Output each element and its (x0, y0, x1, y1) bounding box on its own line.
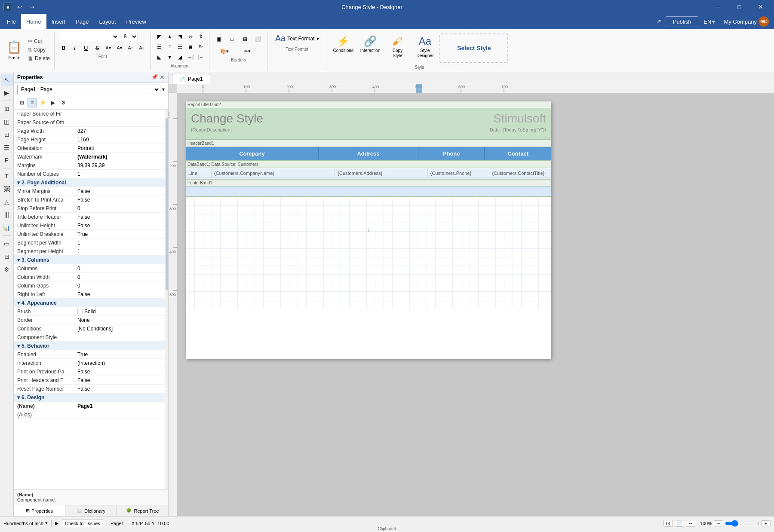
panel-tab-report-tree[interactable]: 🌳 Report Tree (117, 505, 168, 516)
prop-scrollbar-thumb[interactable] (166, 118, 168, 290)
align-top-right[interactable]: ◥ (175, 32, 185, 41)
prop-section-additional[interactable]: ▾ 2. Page Additional (14, 178, 165, 187)
align-justify[interactable]: ≣ (186, 42, 195, 52)
font-size-inc[interactable]: A↑ (126, 43, 135, 52)
prop-sort-btn[interactable]: ⊞ (17, 98, 27, 107)
panel-pin-btn[interactable]: 📌 (151, 74, 158, 81)
tool-chart[interactable]: 📊 (1, 222, 13, 234)
prop-brush[interactable]: Brush Solid (14, 307, 165, 316)
tool-vars[interactable]: ☰ (1, 141, 13, 153)
prop-group-btn[interactable]: ≡ (28, 98, 37, 107)
page-select-dropdown[interactable]: Page1 : Page (17, 85, 160, 94)
status-play-btn[interactable]: ▶ (55, 520, 58, 526)
prop-watermark[interactable]: Watermark (Watermark) (14, 153, 165, 161)
font-size-select[interactable]: 8 (121, 32, 138, 41)
strikethrough-button[interactable]: S̶ (92, 43, 102, 52)
paste-button[interactable]: 📋 Paste (3, 32, 25, 68)
prop-event-btn[interactable]: ⚡ (38, 98, 47, 107)
close-btn[interactable]: ✕ (751, 0, 771, 14)
zoom-in-btn[interactable]: + (761, 520, 771, 526)
canvas-scroll[interactable]: ReportTitleBand2 Change Style Stimulsoft… (177, 93, 774, 516)
prop-section-appearance[interactable]: ▾ 4. Appearance (14, 299, 165, 307)
panel-tab-properties[interactable]: ⊞ Properties (14, 505, 65, 516)
tool-pointer[interactable]: ↖ (1, 74, 13, 86)
resize-handle-title[interactable]: + (367, 227, 370, 233)
copy-style-button[interactable]: 🖌 Copy Style (384, 34, 410, 63)
prop-unlimited-height[interactable]: Unlimited Height False (14, 221, 165, 230)
menu-home[interactable]: Home (21, 14, 46, 29)
prop-section-design[interactable]: ▾ 6. Design (14, 393, 165, 402)
maximize-btn[interactable]: □ (729, 0, 749, 14)
select-style-area[interactable]: Select Style (439, 34, 508, 63)
bold-button[interactable]: B (59, 43, 68, 52)
border-inner[interactable]: ⊞ (240, 34, 251, 45)
menu-page[interactable]: Page (71, 14, 94, 29)
prop-enabled[interactable]: Enabled True (14, 350, 165, 359)
prop-print-prev[interactable]: Print on Previous Pa False (14, 367, 165, 376)
rotate-btn[interactable]: ↻ (196, 42, 206, 52)
prop-page-height[interactable]: Page Height 1169 (14, 135, 165, 144)
text-format-button[interactable]: Aa Text Format ▾ (272, 32, 322, 45)
menu-layout[interactable]: Layout (94, 14, 121, 29)
tool-data[interactable]: ⊡ (1, 128, 13, 141)
panel-tab-dictionary[interactable]: 📖 Dictionary (65, 505, 117, 516)
prop-column-gaps[interactable]: Column Gaps 0 (14, 281, 165, 290)
prop-num-copies[interactable]: Number of Copies 1 (14, 170, 165, 178)
prop-stop-before[interactable]: Stop Before Print 0 (14, 204, 165, 213)
font-family-select[interactable] (59, 32, 119, 41)
tool-shape[interactable]: △ (1, 196, 13, 208)
tool-image[interactable]: 🖼 (1, 183, 13, 195)
prop-section-behavior[interactable]: ▾ 5. Behavior (14, 342, 165, 350)
prop-stretch-print[interactable]: Stretch to Print Area False (14, 196, 165, 204)
align-right[interactable]: ☷ (175, 42, 185, 52)
page-tab-1[interactable]: 📄 Page1 (172, 74, 210, 84)
minimize-btn[interactable]: ─ (708, 0, 728, 14)
redo-btn[interactable]: ↪ (28, 3, 36, 11)
delete-button[interactable]: 🗑 Delete (25, 55, 52, 62)
tool-expand[interactable]: ▶ (1, 87, 13, 99)
border-none[interactable]: ⬜ (252, 34, 264, 45)
prop-alias[interactable]: (Alias) (14, 410, 165, 419)
prop-name[interactable]: (Name) Page1 (14, 402, 165, 410)
tool-crossband[interactable]: ⊟ (1, 251, 13, 263)
prop-segment-height[interactable]: Segment per Height 1 (14, 247, 165, 256)
prop-column-width[interactable]: Column Width 0 (14, 273, 165, 281)
prop-conditions[interactable]: Conditions [No Conditions] (14, 324, 165, 333)
align-distribute-v[interactable]: ⇕ (196, 32, 206, 41)
zoom-slider[interactable] (725, 520, 759, 527)
align-center[interactable]: ≡ (165, 42, 175, 52)
align-bottom-left[interactable]: ◣ (155, 52, 164, 62)
align-bottom-right[interactable]: ◢ (175, 52, 185, 62)
publish-button[interactable]: Publish (666, 16, 699, 27)
conditions-button[interactable]: ⚡ Conditions (331, 34, 356, 63)
border-outer[interactable]: □ (227, 34, 238, 45)
prop-section-columns[interactable]: ▾ 3. Columns (14, 256, 165, 264)
indent-inc[interactable]: →| (186, 52, 195, 62)
screen-fit-btn[interactable]: ⊡ (663, 520, 673, 527)
canvas-page[interactable]: ReportTitleBand2 Change Style Stimulsoft… (186, 101, 551, 359)
page-fit-btn[interactable]: 📄 (675, 520, 684, 527)
align-bottom-center[interactable]: ▼ (165, 52, 175, 62)
tool-text[interactable]: T (1, 170, 13, 182)
interaction-button[interactable]: 🔗 Interaction (358, 34, 383, 63)
align-left[interactable]: ☰ (155, 42, 164, 52)
italic-button[interactable]: I (70, 43, 80, 52)
style-designer-button[interactable]: Aa Style Designer (412, 34, 438, 63)
align-distribute-h[interactable]: ⇔ (186, 32, 195, 41)
prop-segment-width[interactable]: Segment per Width 1 (14, 238, 165, 247)
border-all[interactable]: ▣ (214, 34, 225, 45)
cut-button[interactable]: ✂ Cut (25, 37, 52, 45)
indent-dec[interactable]: |← (196, 52, 206, 62)
prop-page-width[interactable]: Page Width 827 (14, 127, 165, 135)
font-size-dec[interactable]: A↓ (137, 43, 147, 52)
copy-button[interactable]: ⧉ Copy (25, 46, 52, 54)
check-issues-button[interactable]: Check for Issues (62, 520, 103, 527)
prop-unlimited-breakable[interactable]: Unlimited Breakable True (14, 230, 165, 238)
tool-layers[interactable]: ◫ (1, 116, 13, 128)
prop-columns[interactable]: Columns 0 (14, 264, 165, 273)
tool-params[interactable]: P (1, 154, 13, 166)
menu-insert[interactable]: Insert (46, 14, 71, 29)
prop-interaction[interactable]: Interaction (Interaction) (14, 359, 165, 367)
prop-print-headers[interactable]: Print Headers and F False (14, 376, 165, 385)
align-top-left[interactable]: ◤ (155, 32, 164, 41)
